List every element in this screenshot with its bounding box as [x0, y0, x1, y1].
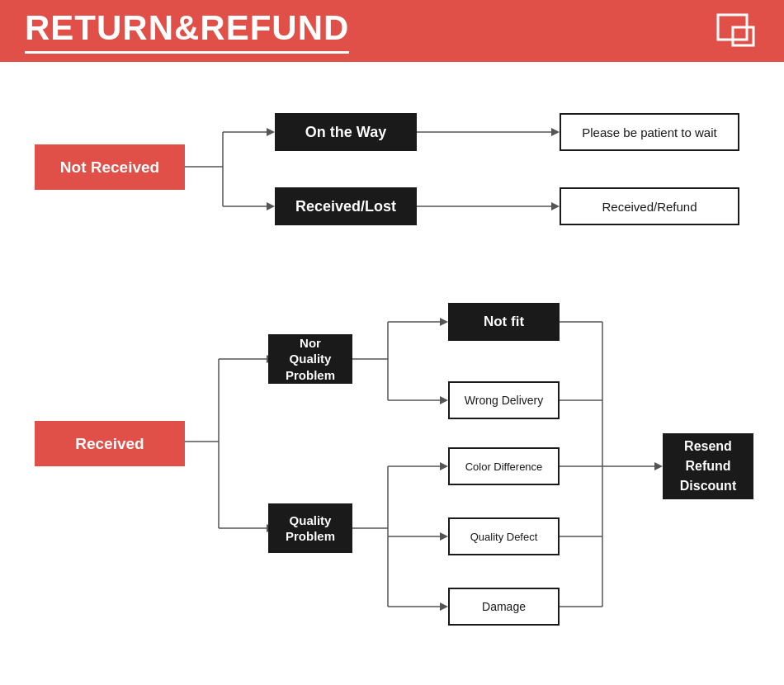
- wrong-delivery-box: Wrong Delivery: [448, 381, 560, 419]
- svg-marker-31: [440, 602, 448, 611]
- damage-box: Damage: [448, 588, 560, 626]
- header-title: RETURN&REFUND: [25, 8, 349, 54]
- svg-marker-27: [440, 462, 448, 470]
- content: Not Received On the Way Received/Lost Pl…: [0, 62, 784, 685]
- svg-marker-21: [440, 318, 448, 326]
- svg-marker-39: [654, 462, 663, 470]
- svg-marker-11: [551, 202, 560, 210]
- header: RETURN&REFUND: [0, 0, 784, 62]
- please-be-patient-box: Please be patient to wait: [560, 113, 739, 151]
- resend-refund-discount-box: Resend Refund Discount: [663, 433, 753, 499]
- received-box: Received: [35, 421, 185, 466]
- svg-marker-9: [551, 128, 560, 136]
- header-icon: [710, 11, 759, 52]
- svg-marker-7: [267, 202, 275, 210]
- color-difference-box: Color Difference: [448, 447, 560, 485]
- quality-problem-box: Quality Problem: [268, 503, 352, 553]
- not-received-box: Not Received: [35, 144, 185, 190]
- not-fit-box: Not fit: [448, 303, 560, 341]
- received-refund-box: Received/Refund: [560, 187, 739, 225]
- received-lost-box: Received/Lost: [275, 187, 417, 225]
- nor-quality-problem-box: Nor Quality Problem: [268, 334, 352, 384]
- svg-marker-29: [440, 532, 448, 541]
- quality-defect-box: Quality Defect: [448, 517, 560, 555]
- on-the-way-box: On the Way: [275, 113, 417, 151]
- svg-marker-23: [440, 396, 448, 404]
- svg-rect-1: [733, 27, 753, 45]
- svg-marker-5: [267, 128, 275, 136]
